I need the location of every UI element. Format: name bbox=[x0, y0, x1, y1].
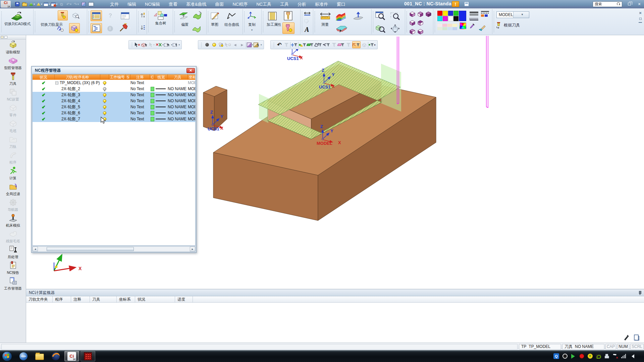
restore-button[interactable] bbox=[627, 1, 632, 7]
monitor-titlebar[interactable]: NC计算监视器 bbox=[26, 289, 644, 296]
color-pale8[interactable] bbox=[452, 27, 457, 30]
toolpath-visibility-button[interactable] bbox=[58, 10, 68, 20]
collection-tree-button[interactable] bbox=[150, 10, 170, 21]
monitor-col-comment[interactable]: 注释 bbox=[71, 296, 90, 302]
by-tool-button[interactable]: 根据刀具 bbox=[496, 22, 520, 28]
monitor-col-ucs[interactable]: 坐标系 bbox=[117, 296, 135, 302]
col-status[interactable]: 状况 bbox=[33, 74, 55, 80]
clamp-tower-block[interactable] bbox=[203, 86, 227, 131]
sidebar-item-nc-setup[interactable]: NC设置 bbox=[1, 87, 25, 103]
filter-sketch-icon[interactable] bbox=[352, 41, 361, 48]
color-pale4[interactable] bbox=[452, 24, 457, 27]
table-row-contour2[interactable]: ✔ 2X-轮廓_2 No Text NO NAME MODEL bbox=[33, 86, 195, 92]
color-swatch[interactable] bbox=[151, 117, 154, 121]
filter-move-icon[interactable] bbox=[291, 41, 298, 48]
expand-up-button[interactable] bbox=[140, 11, 146, 19]
tray-q-icon[interactable]: Q bbox=[553, 353, 559, 359]
table-row-contour6[interactable]: ✔ 2X-轮廓_6 No Text NO NAME MODEL bbox=[33, 110, 195, 116]
copy-button[interactable] bbox=[246, 10, 258, 21]
stock-visibility-button[interactable] bbox=[69, 23, 80, 33]
show-icon[interactable] bbox=[211, 41, 217, 48]
window-preset-icon[interactable]: ▾ bbox=[44, 1, 50, 7]
menu-tools[interactable]: 工具 bbox=[276, 0, 293, 8]
app-logo[interactable]: Ci14 bbox=[1, 1, 11, 8]
filter-dims-icon[interactable] bbox=[345, 41, 352, 48]
col-bulb[interactable] bbox=[100, 74, 109, 80]
filter-surfaces-icon[interactable] bbox=[314, 41, 322, 48]
view-back-button[interactable] bbox=[417, 27, 424, 36]
ucs-dropdown-icon[interactable]: ▼ bbox=[513, 12, 529, 18]
menu-nc-tools[interactable]: NC工具 bbox=[252, 0, 276, 8]
window-list-button[interactable] bbox=[119, 11, 131, 20]
taskbar-app-cimatron[interactable]: Ci14 bbox=[64, 351, 79, 361]
filter-all-icon[interactable] bbox=[283, 41, 290, 48]
menu-nc-edit[interactable]: NC编辑 bbox=[141, 0, 164, 8]
unselect-filter-icon[interactable]: ✕▾ bbox=[156, 41, 164, 48]
sketch-button[interactable] bbox=[209, 10, 221, 22]
info-button[interactable]: i bbox=[106, 24, 114, 33]
undo-view-icon[interactable]: ↶ bbox=[276, 41, 283, 48]
filter-planes-icon[interactable] bbox=[338, 41, 345, 48]
zoom-region-button[interactable] bbox=[389, 10, 401, 21]
pick-mode-icon[interactable]: ▾ bbox=[254, 41, 262, 48]
col-c[interactable]: C bbox=[150, 74, 155, 80]
menu-edit[interactable]: 编辑 bbox=[123, 0, 141, 8]
new-model-icon[interactable]: ▾ bbox=[29, 1, 35, 7]
tray-record-icon[interactable] bbox=[579, 354, 584, 359]
copy-dropdown-icon[interactable]: ▾ bbox=[251, 28, 253, 32]
filter-points-icon[interactable]: ▸ bbox=[369, 41, 376, 48]
visibility-bulb-icon[interactable] bbox=[103, 105, 106, 109]
table-row-contour5[interactable]: ✔ 2X-轮廓_5 No Text NO NAME MODEL bbox=[33, 104, 195, 110]
view-top-button[interactable] bbox=[409, 27, 416, 36]
scroll-right-icon[interactable]: ► bbox=[190, 247, 195, 251]
color-blue[interactable] bbox=[448, 11, 453, 16]
color-swatch[interactable] bbox=[151, 105, 154, 109]
color-cyan[interactable] bbox=[437, 16, 442, 21]
view-side-button[interactable] bbox=[417, 19, 424, 27]
line-style-button[interactable] bbox=[481, 11, 489, 17]
tray-usb-icon[interactable] bbox=[604, 354, 609, 359]
hide-icon[interactable] bbox=[204, 41, 210, 48]
menu-file[interactable]: 文件 bbox=[106, 0, 123, 8]
filter-components-icon[interactable] bbox=[361, 41, 368, 48]
menu-view[interactable]: 查看 bbox=[164, 0, 182, 8]
next-display-icon[interactable]: ► bbox=[239, 41, 246, 48]
sidebar-item-residual-stock[interactable]: 残留毛坯 bbox=[1, 229, 25, 244]
doc-restore-icon[interactable] bbox=[639, 18, 641, 20]
collapse-down-button[interactable] bbox=[140, 24, 146, 32]
tray-volume-icon[interactable] bbox=[629, 354, 635, 359]
color-pale6[interactable] bbox=[442, 27, 447, 30]
marquee-select-icon[interactable]: ▾ bbox=[173, 41, 180, 48]
new-part-icon[interactable]: ▾ bbox=[36, 1, 43, 7]
tray-adobe-icon[interactable] bbox=[562, 354, 568, 359]
view-iso2-button[interactable] bbox=[417, 10, 424, 18]
save-icon[interactable] bbox=[14, 1, 20, 7]
collapse-icon[interactable]: − bbox=[55, 81, 58, 84]
zoom-window-button[interactable] bbox=[374, 10, 386, 21]
color-black[interactable] bbox=[453, 16, 459, 21]
taskbar-app-explorer[interactable] bbox=[32, 351, 47, 361]
taskbar-app-firefox[interactable] bbox=[48, 351, 63, 361]
select-solid-icon[interactable] bbox=[141, 41, 148, 48]
show-by-pick-icon[interactable] bbox=[225, 41, 231, 48]
view-front-button[interactable] bbox=[409, 19, 416, 27]
monitor-body[interactable] bbox=[26, 303, 644, 343]
scroll-left-icon[interactable]: ◄ bbox=[33, 247, 38, 251]
col-job[interactable]: 工作编号 bbox=[109, 74, 126, 80]
monitor-col-progress[interactable]: 进度 bbox=[175, 296, 193, 302]
offset-surface-button[interactable] bbox=[191, 10, 203, 21]
color-white[interactable] bbox=[448, 16, 453, 21]
drill-visibility-button[interactable] bbox=[282, 22, 294, 34]
composite-curve-button[interactable] bbox=[225, 11, 238, 21]
text-button[interactable]: A bbox=[303, 25, 311, 34]
visibility-bulb-icon[interactable] bbox=[103, 111, 106, 115]
visibility-bulb-icon[interactable] bbox=[103, 87, 106, 90]
paste-icon[interactable]: ⧉ bbox=[58, 1, 65, 7]
line-weight-button[interactable] bbox=[470, 11, 478, 17]
taskbar-app-browser[interactable] bbox=[16, 351, 31, 361]
window-preset2-icon[interactable]: ▾ bbox=[51, 1, 57, 7]
select-previous-icon[interactable]: ▾ bbox=[149, 41, 155, 48]
minimize-button[interactable] bbox=[616, 1, 622, 7]
sidebar-item-nc-report[interactable]: NC报告 bbox=[1, 260, 25, 276]
color-pale2[interactable] bbox=[442, 24, 447, 27]
